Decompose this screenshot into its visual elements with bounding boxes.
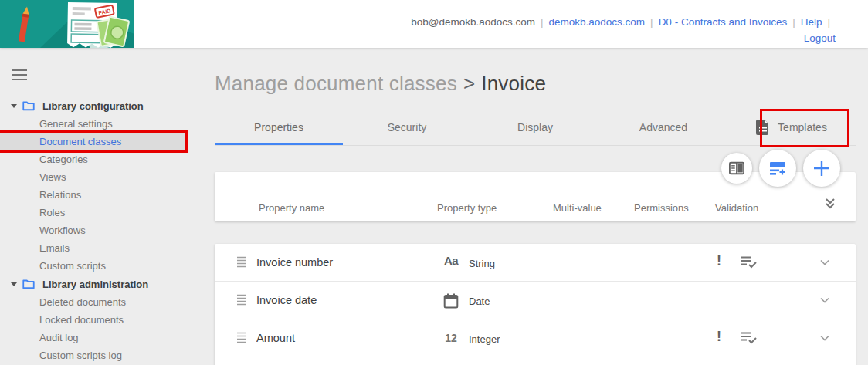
string-type-icon: Aa: [442, 254, 460, 267]
sidebar-item-audit-log[interactable]: Audit log: [0, 329, 215, 346]
caret-down-icon[interactable]: [11, 282, 17, 286]
add-property-button[interactable]: [803, 150, 840, 187]
column-header-multi-value: Multi-value: [553, 202, 602, 214]
folder-icon: [22, 277, 36, 291]
expand-all-button[interactable]: [822, 195, 839, 215]
chevron-down-icon: [817, 330, 832, 346]
sidebar-item-workflows[interactable]: Workflows: [0, 221, 215, 239]
tab-display[interactable]: Display: [471, 109, 599, 145]
sidebar-item-views[interactable]: Views: [0, 168, 215, 186]
property-row-partial: [215, 357, 856, 365]
property-row-invoice-number: Invoice number Aa String !: [215, 244, 856, 282]
sidebar: Library configuration General settings D…: [0, 48, 215, 365]
sidebar-section-library-configuration[interactable]: Library configuration: [0, 96, 215, 115]
column-header-permissions: Permissions: [634, 202, 689, 214]
property-type-label: Integer: [469, 333, 500, 345]
tab-security[interactable]: Security: [343, 109, 471, 145]
date-type-icon: [442, 293, 460, 309]
column-header-property-type: Property type: [437, 202, 497, 214]
required-icon: !: [717, 329, 721, 345]
library-link[interactable]: D0 - Contracts and Invoices: [659, 16, 788, 28]
main-content: Manage document classes>Invoice Properti…: [215, 48, 868, 365]
tab-advanced[interactable]: Advanced: [599, 109, 727, 145]
property-type-label: String: [469, 258, 495, 269]
add-property-set-button[interactable]: [759, 150, 796, 187]
property-name: Amount: [256, 332, 295, 344]
account-bar: bob@demokb.aodocs.com|demokb.aodocs.com|…: [411, 14, 836, 46]
tab-templates[interactable]: Templates: [727, 109, 856, 145]
document-icon: [756, 120, 770, 135]
sidebar-item-emails[interactable]: Emails: [0, 239, 215, 257]
property-row-amount: Amount 12 Integer !: [215, 319, 856, 357]
tab-bar: Properties Security Display Advanced Tem…: [215, 109, 856, 146]
property-name: Invoice date: [256, 294, 317, 306]
sidebar-item-custom-scripts[interactable]: Custom scripts: [0, 257, 215, 275]
sidebar-item-roles[interactable]: Roles: [0, 204, 215, 221]
toolbar: [215, 150, 840, 187]
sidebar-item-deleted-documents[interactable]: Deleted documents: [0, 293, 215, 311]
sidebar-item-document-classes[interactable]: Document classes: [0, 133, 185, 150]
chevron-down-icon: [817, 255, 832, 270]
book-icon: [729, 161, 744, 175]
column-header-validation: Validation: [715, 202, 758, 214]
menu-icon[interactable]: [12, 69, 27, 80]
sidebar-item-locked-documents[interactable]: Locked documents: [0, 311, 215, 329]
sidebar-item-general-settings[interactable]: General settings: [0, 115, 215, 133]
breadcrumb: Manage document classes>Invoice: [215, 72, 856, 96]
aodocs-invoice-logo[interactable]: PAID $$$: [0, 0, 134, 48]
folder-icon: [22, 99, 36, 113]
validation-icon: [740, 255, 757, 270]
sidebar-item-custom-scripts-log[interactable]: Custom scripts log: [0, 346, 215, 364]
tab-properties[interactable]: Properties: [215, 109, 343, 145]
property-type-label: Date: [469, 296, 490, 307]
add-table-icon: [769, 160, 786, 177]
expand-row-button[interactable]: [817, 330, 832, 348]
drag-handle-icon[interactable]: [236, 294, 247, 306]
caret-down-icon[interactable]: [11, 104, 17, 108]
page-title: Invoice: [481, 72, 546, 95]
reader-mode-button[interactable]: [721, 153, 752, 184]
chevron-down-icon: [817, 292, 832, 308]
property-row-invoice-date: Invoice date Date: [215, 282, 856, 319]
validation-icon: [740, 330, 757, 346]
property-name: Invoice number: [256, 256, 333, 269]
sidebar-item-categories[interactable]: Categories: [0, 150, 215, 168]
breadcrumb-parent[interactable]: Manage document classes: [215, 72, 457, 95]
top-header: PAID $$$ bob@demokb.aodocs.com|demokb.ao…: [0, 0, 868, 48]
money-icon: [97, 17, 129, 47]
required-icon: !: [717, 253, 721, 269]
drag-handle-icon[interactable]: [236, 256, 247, 269]
expand-row-button[interactable]: [817, 255, 832, 272]
help-link[interactable]: Help: [801, 16, 822, 28]
navigation-tree: Library configuration General settings D…: [0, 96, 215, 364]
logout-link[interactable]: Logout: [804, 32, 836, 44]
user-email: bob@demokb.aodocs.com: [411, 16, 535, 28]
logo-illustration: PAID $$$: [0, 0, 134, 48]
double-chevron-down-icon: [823, 197, 837, 211]
domain-link[interactable]: demokb.aodocs.com: [549, 16, 646, 28]
column-header-property-name: Property name: [259, 202, 324, 214]
property-table: Invoice number Aa String ! Invo: [215, 244, 856, 365]
sidebar-item-relations[interactable]: Relations: [0, 186, 215, 204]
integer-type-icon: 12: [442, 332, 460, 344]
drag-handle-icon[interactable]: [236, 332, 247, 344]
expand-row-button[interactable]: [817, 292, 832, 310]
sidebar-section-library-administration[interactable]: Library administration: [0, 275, 215, 293]
plus-icon: [812, 158, 832, 178]
breadcrumb-separator: >: [463, 72, 475, 95]
